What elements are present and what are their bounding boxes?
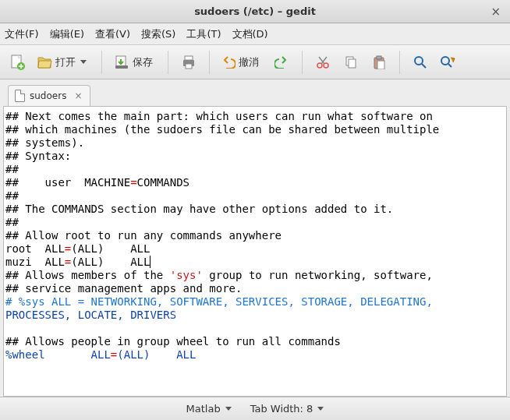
editor-line: ## Allow root to run any commands anywhe… bbox=[5, 229, 505, 242]
separator bbox=[302, 51, 303, 74]
editor-line: ## bbox=[5, 163, 505, 176]
editor-line: root ALL=(ALL) ALL bbox=[5, 242, 505, 256]
close-icon[interactable]: × bbox=[491, 5, 501, 19]
chevron-down-icon bbox=[225, 407, 232, 411]
editor-line: # %sys ALL = NETWORKING, SOFTWARE, SERVI… bbox=[5, 295, 505, 309]
code-token: ## Allow root to run any commands anywhe… bbox=[5, 229, 282, 242]
copy-icon bbox=[344, 55, 358, 69]
undo-button[interactable]: 撤消 bbox=[218, 50, 266, 75]
editor-line: ## Syntax: bbox=[5, 150, 505, 163]
separator bbox=[168, 51, 168, 74]
menu-search[interactable]: 搜索(S) bbox=[141, 27, 175, 41]
save-label: 保存 bbox=[133, 55, 153, 69]
paste-icon bbox=[372, 55, 386, 69]
separator bbox=[209, 51, 210, 74]
tab-label: sudoers bbox=[30, 90, 66, 101]
window-title: sudoers (/etc) – gedit bbox=[194, 5, 316, 17]
code-token: ## Next comes the main part: which users… bbox=[5, 110, 433, 122]
paste-button[interactable] bbox=[367, 50, 391, 75]
redo-button[interactable] bbox=[269, 50, 294, 75]
separator bbox=[399, 51, 400, 74]
editor-line: ## Allows people in group wheel to run a… bbox=[5, 335, 505, 348]
separator bbox=[101, 51, 102, 74]
code-token: (ALL) ALL bbox=[71, 256, 150, 268]
statusbar: Matlab Tab Width: 8 bbox=[0, 397, 510, 420]
code-token: root ALL bbox=[5, 242, 65, 255]
save-button[interactable]: 保存 bbox=[110, 50, 160, 75]
copy-button[interactable] bbox=[338, 50, 363, 75]
editor-area[interactable]: ## Next comes the main part: which users… bbox=[3, 106, 507, 397]
code-token: ## Allows members of the bbox=[5, 269, 170, 281]
scissors-icon bbox=[316, 55, 330, 69]
text-cursor bbox=[150, 256, 151, 268]
menu-edit[interactable]: 编辑(E) bbox=[50, 27, 84, 41]
svg-point-16 bbox=[441, 57, 449, 65]
status-tabwidth-label: Tab Width: 8 bbox=[250, 403, 313, 415]
status-language[interactable]: Matlab bbox=[186, 403, 232, 415]
svg-point-15 bbox=[415, 57, 423, 65]
save-icon bbox=[114, 55, 129, 70]
redo-icon bbox=[274, 56, 289, 69]
tab-close-icon[interactable]: × bbox=[74, 90, 82, 101]
editor-line bbox=[5, 322, 505, 335]
code-token: ## Allows people in group wheel to run a… bbox=[5, 335, 341, 348]
chevron-down-icon bbox=[317, 407, 324, 411]
editor-line: ## bbox=[5, 189, 505, 203]
undo-label: 撤消 bbox=[239, 55, 259, 69]
file-icon bbox=[15, 90, 25, 102]
code-token: ## user MACHINE bbox=[5, 176, 130, 189]
code-token: (ALL) ALL bbox=[71, 242, 150, 255]
menu-view[interactable]: 查看(V) bbox=[95, 27, 130, 41]
new-button[interactable] bbox=[5, 50, 30, 75]
code-token: ## bbox=[5, 216, 19, 228]
tab-sudoers[interactable]: sudoers × bbox=[8, 85, 90, 107]
code-token: ## Syntax: bbox=[5, 150, 71, 162]
code-token: ## which machines (the sudoers file can … bbox=[5, 123, 439, 136]
svg-rect-7 bbox=[186, 64, 192, 69]
editor-line: muzi ALL=(ALL) ALL bbox=[5, 256, 505, 269]
open-button[interactable]: 打开 bbox=[33, 50, 94, 75]
code-token: (ALL) ALL bbox=[117, 348, 196, 361]
search-icon bbox=[413, 55, 428, 70]
code-token: group to run networking, software, bbox=[203, 269, 433, 281]
menu-file[interactable]: 文件(F) bbox=[5, 27, 39, 41]
code-token: ## systems). bbox=[5, 136, 84, 149]
find-button[interactable] bbox=[408, 50, 433, 75]
editor-line: ## service management apps and more. bbox=[5, 282, 505, 295]
chevron-down-icon bbox=[80, 60, 87, 64]
menu-documents[interactable]: 文档(D) bbox=[232, 27, 268, 41]
svg-rect-4 bbox=[115, 65, 128, 69]
editor-line: PROCESSES, LOCATE, DRIVERS bbox=[5, 309, 505, 322]
editor-line: ## Next comes the main part: which users… bbox=[5, 110, 505, 123]
svg-rect-5 bbox=[185, 56, 193, 60]
svg-rect-13 bbox=[377, 56, 381, 59]
editor-line: ## bbox=[5, 216, 505, 229]
svg-rect-14 bbox=[377, 61, 384, 69]
editor-line: ## systems). bbox=[5, 136, 505, 150]
cut-button[interactable] bbox=[310, 50, 335, 75]
code-token: %wheel ALL bbox=[5, 348, 111, 361]
code-token: ## service management apps and more. bbox=[5, 282, 242, 295]
open-label: 打开 bbox=[55, 55, 76, 69]
code-token: = bbox=[130, 176, 136, 189]
editor-line: ## Allows members of the 'sys' group to … bbox=[5, 269, 505, 282]
menu-tools[interactable]: 工具(T) bbox=[186, 27, 221, 41]
menubar: 文件(F) 编辑(E) 查看(V) 搜索(S) 工具(T) 文档(D) bbox=[0, 23, 510, 45]
open-folder-icon bbox=[37, 55, 52, 69]
print-icon bbox=[181, 55, 197, 70]
toolbar: 打开 保存 撤消 bbox=[0, 45, 510, 79]
code-token: muzi ALL bbox=[5, 256, 65, 268]
undo-icon bbox=[221, 56, 236, 69]
code-token: ## The COMMANDS section may have other o… bbox=[5, 203, 393, 215]
print-button[interactable] bbox=[176, 50, 201, 75]
code-token: PROCESSES, LOCATE, DRIVERS bbox=[5, 309, 176, 321]
editor-line: %wheel ALL=(ALL) ALL bbox=[5, 348, 505, 362]
status-tabwidth[interactable]: Tab Width: 8 bbox=[250, 403, 324, 415]
find-replace-button[interactable] bbox=[436, 50, 461, 75]
editor-line: ## user MACHINE=COMMANDS bbox=[5, 176, 505, 189]
svg-rect-11 bbox=[349, 59, 356, 68]
new-file-icon bbox=[9, 54, 25, 71]
status-language-label: Matlab bbox=[186, 403, 221, 415]
editor-line: ## The COMMANDS section may have other o… bbox=[5, 203, 505, 216]
code-token: COMMANDS bbox=[137, 176, 189, 189]
